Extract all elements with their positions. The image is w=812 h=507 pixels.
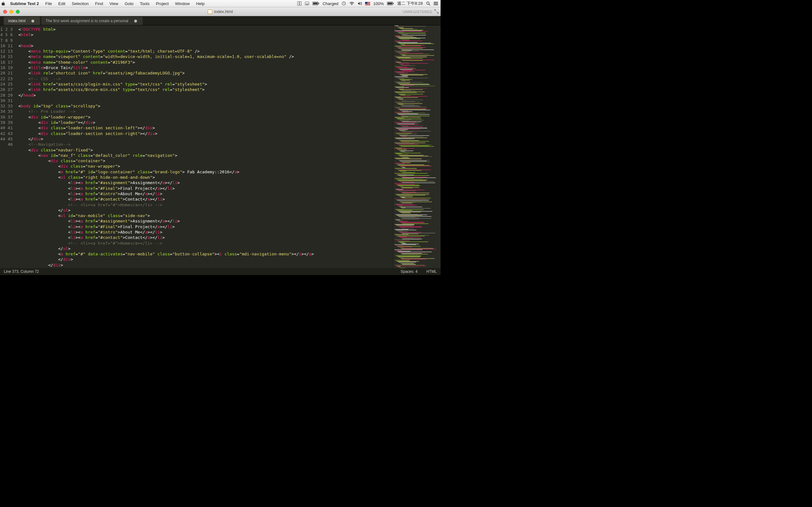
code-line: <li><a href="#assignment">Assignment</a>… (18, 180, 393, 185)
code-line: <meta name="viewport" content="width=dev… (18, 54, 393, 59)
syntax-setting[interactable]: HTML (426, 269, 437, 274)
indent-setting[interactable]: Spaces: 4 (401, 269, 417, 274)
code-line: <div class="nav-wrapper"> (18, 164, 393, 169)
code-line: <head> (18, 43, 393, 49)
battery-small-icon (387, 2, 394, 5)
file-icon (208, 9, 212, 14)
battery-percent: 100% (373, 1, 384, 6)
code-line: <!-- <li><a href="#">Home</a></li> --> (18, 240, 393, 246)
svg-rect-5 (313, 3, 318, 4)
timemachine-icon[interactable] (342, 1, 346, 6)
window-title: index.html (0, 9, 441, 14)
menubar-status: Charged 100% 週二 下午8:28 (297, 1, 441, 6)
code-line: <div class="container"> (18, 158, 393, 164)
tab[interactable]: index.html (4, 17, 40, 25)
code-line: <div id="loader"></div> (18, 120, 393, 125)
code-line: <!-- CSS --> (18, 76, 393, 81)
menu-edit[interactable]: Edit (55, 1, 68, 6)
indicator-icon (297, 1, 302, 6)
svg-point-8 (351, 4, 352, 5)
code-line: <a href="#" data-activates="nav-mobile" … (18, 251, 393, 257)
editor: 1 2 3 4 5 6 7 8 9 10 11 12 13 14 15 16 1… (0, 25, 441, 268)
code-line: <!--Navigation--> (18, 142, 393, 147)
code-line: <link href="assets/css/plugin-min.css" t… (18, 81, 393, 87)
flag-icon[interactable] (365, 2, 370, 5)
code-line (18, 98, 393, 103)
code-line: </head> (18, 93, 393, 98)
code-line: <li><a href="#intro">About Me</a></li> (18, 191, 393, 196)
apple-icon[interactable] (0, 1, 7, 6)
code-line: <nav id="nav_f" class="default_color" ro… (18, 153, 393, 158)
svg-rect-2 (305, 2, 309, 5)
code-line: <title>Bruce Tai</title> (18, 65, 393, 70)
code-line: <li><a href="#contact">Contact</a></li> (18, 196, 393, 202)
traffic-lights (0, 10, 20, 14)
menu-find[interactable]: Find (92, 1, 106, 6)
spotlight-icon[interactable] (426, 1, 430, 6)
menubar-app-name: Sublime Text 2 (7, 1, 42, 6)
dirty-indicator-icon (134, 20, 137, 22)
macos-menubar: Sublime Text 2 FileEditSelectionFindView… (0, 0, 441, 7)
cursor-position[interactable]: Line 373, Column 72 (4, 269, 39, 274)
code-line: <div class="navbar-fixed"> (18, 147, 393, 153)
code-line (18, 38, 393, 43)
window-titlebar: index.html UNREGISTERED (0, 7, 441, 16)
close-button[interactable] (3, 10, 7, 14)
code-line: <li><a href="#contact">Contact</a></li> (18, 235, 393, 240)
svg-rect-3 (306, 4, 308, 4)
code-area[interactable]: <!DOCTYPE html><html> <head> <meta http-… (16, 25, 393, 268)
code-line: <html> (18, 32, 393, 38)
fullscreen-icon[interactable] (434, 9, 439, 14)
battery-icon[interactable] (312, 2, 319, 5)
svg-rect-1 (300, 2, 301, 5)
code-line: <div id="loader-wrapper"> (18, 114, 393, 120)
menu-selection[interactable]: Selection (68, 1, 92, 6)
code-line: <meta name="theme-color" content="#2196F… (18, 60, 393, 65)
menu-help[interactable]: Help (193, 1, 208, 6)
minimap[interactable] (393, 25, 441, 268)
menu-file[interactable]: File (42, 1, 55, 6)
code-line: <ul class="right hide-on-med-and-down"> (18, 175, 393, 180)
menu-view[interactable]: View (106, 1, 121, 6)
code-line: <link rel="shortcut icon" href="assets/i… (18, 70, 393, 76)
menu-project[interactable]: Project (153, 1, 171, 6)
tab-label: The first week assignment is to create a… (46, 19, 129, 23)
code-line: </div> (18, 257, 393, 262)
svg-point-19 (426, 2, 429, 4)
svg-rect-14 (365, 5, 370, 5)
tab-bar: index.htmlThe first week assignment is t… (0, 16, 441, 25)
battery-label: Charged (322, 1, 339, 6)
code-line: <!DOCTYPE html> (18, 26, 393, 32)
svg-rect-17 (388, 3, 392, 4)
menu-goto[interactable]: Goto (121, 1, 137, 6)
unregistered-label: UNREGISTERED (403, 10, 432, 14)
code-line: <ul id="nav-mobile" class="side-nav"> (18, 213, 393, 218)
code-line: <a href="#" id="logo-container" class="b… (18, 169, 393, 175)
svg-rect-0 (298, 2, 299, 5)
sound-icon[interactable] (357, 1, 362, 6)
menu-window[interactable]: Window (172, 1, 193, 6)
code-line: <!-- <li><a href="#">Home</a></li> --> (18, 202, 393, 208)
menubar-clock[interactable]: 週二 下午8:28 (397, 1, 423, 6)
svg-rect-13 (365, 4, 370, 4)
notification-center-icon[interactable] (434, 2, 438, 5)
code-line: <li><a href="#Final">Final Project</a></… (18, 186, 393, 191)
svg-rect-6 (318, 3, 319, 4)
code-line: <link href="assets/css/Bruce-min.css" ty… (18, 87, 393, 92)
code-line: <body id="top" class="scrollspy"> (18, 103, 393, 109)
code-line: <li><a href="#intro">About Me</a></li> (18, 229, 393, 235)
wifi-icon[interactable] (349, 2, 354, 5)
minimize-button[interactable] (9, 10, 13, 14)
code-line: <div class="loader-section section-right… (18, 131, 393, 136)
zoom-button[interactable] (16, 10, 20, 14)
code-line: <li><a href="#assignment">Assignment</a>… (18, 218, 393, 224)
code-line: </ul> (18, 246, 393, 251)
code-line: </ul> (18, 208, 393, 213)
status-bar: Line 373, Column 72 Spaces: 4 HTML (0, 268, 441, 275)
dirty-indicator-icon (32, 20, 34, 22)
tab[interactable]: The first week assignment is to create a… (41, 17, 143, 25)
gutter: 1 2 3 4 5 6 7 8 9 10 11 12 13 14 15 16 1… (0, 25, 16, 268)
code-line: <div class="loader-section section-left"… (18, 125, 393, 130)
svg-line-20 (429, 4, 430, 5)
menu-tools[interactable]: Tools (137, 1, 153, 6)
